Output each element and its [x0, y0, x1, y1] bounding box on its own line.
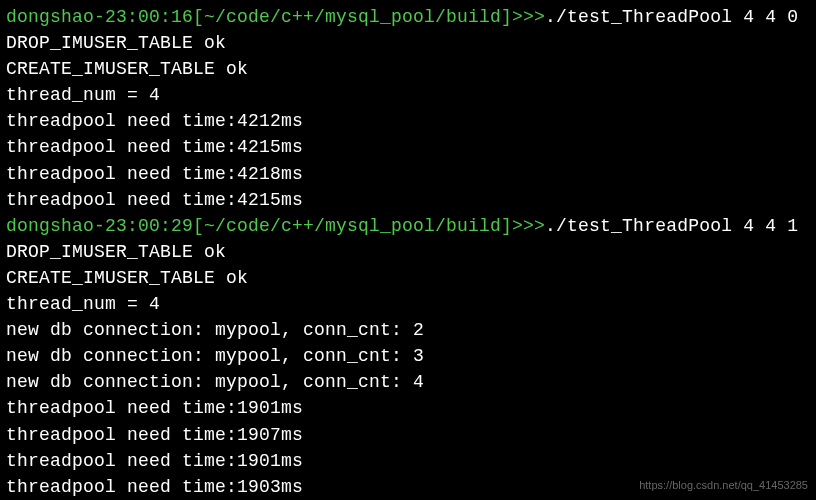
output-text: CREATE_IMUSER_TABLE ok: [6, 268, 248, 288]
output-text: threadpool need time:1907ms: [6, 425, 303, 445]
terminal-line: thread_num = 4: [6, 82, 810, 108]
output-text: threadpool need time:4215ms: [6, 190, 303, 210]
terminal-line: dongshao-23:00:16[~/code/c++/mysql_pool/…: [6, 4, 810, 30]
watermark-text: https://blog.csdn.net/qq_41453285: [639, 478, 808, 494]
output-text: new db connection: mypool, conn_cnt: 3: [6, 346, 424, 366]
terminal-line: threadpool need time:1901ms: [6, 395, 810, 421]
terminal-line: threadpool need time:4215ms: [6, 134, 810, 160]
terminal-line: thread_num = 4: [6, 291, 810, 317]
output-text: threadpool need time:1901ms: [6, 451, 303, 471]
terminal-line: new db connection: mypool, conn_cnt: 4: [6, 369, 810, 395]
terminal-line: threadpool need time:4212ms: [6, 108, 810, 134]
output-text: threadpool need time:1903ms: [6, 477, 303, 497]
output-text: threadpool need time:1901ms: [6, 398, 303, 418]
output-text: threadpool need time:4218ms: [6, 164, 303, 184]
command-text: ./test_ThreadPool 4 4 1: [545, 216, 798, 236]
terminal-line: threadpool need time:4218ms: [6, 161, 810, 187]
output-text: new db connection: mypool, conn_cnt: 2: [6, 320, 424, 340]
terminal-line: dongshao-23:00:29[~/code/c++/mysql_pool/…: [6, 213, 810, 239]
output-text: thread_num = 4: [6, 294, 160, 314]
terminal-line: CREATE_IMUSER_TABLE ok: [6, 265, 810, 291]
prompt-user-time: dongshao-23:00:16: [6, 7, 193, 27]
output-text: DROP_IMUSER_TABLE ok: [6, 33, 226, 53]
terminal-line: DROP_IMUSER_TABLE ok: [6, 30, 810, 56]
terminal-line: CREATE_IMUSER_TABLE ok: [6, 56, 810, 82]
output-text: threadpool need time:4212ms: [6, 111, 303, 131]
terminal-line: threadpool need time:4215ms: [6, 187, 810, 213]
prompt-user-time: dongshao-23:00:29: [6, 216, 193, 236]
output-text: DROP_IMUSER_TABLE ok: [6, 242, 226, 262]
terminal-line: new db connection: mypool, conn_cnt: 2: [6, 317, 810, 343]
output-text: CREATE_IMUSER_TABLE ok: [6, 59, 248, 79]
prompt-path: [~/code/c++/mysql_pool/build]: [193, 7, 512, 27]
prompt-arrows: >>>: [512, 7, 545, 27]
output-text: threadpool need time:4215ms: [6, 137, 303, 157]
output-text: new db connection: mypool, conn_cnt: 4: [6, 372, 424, 392]
prompt-path: [~/code/c++/mysql_pool/build]: [193, 216, 512, 236]
prompt-arrows: >>>: [512, 216, 545, 236]
terminal-line: threadpool need time:1901ms: [6, 448, 810, 474]
terminal-line: new db connection: mypool, conn_cnt: 3: [6, 343, 810, 369]
terminal-line: DROP_IMUSER_TABLE ok: [6, 239, 810, 265]
terminal-line: threadpool need time:1907ms: [6, 422, 810, 448]
terminal-output: dongshao-23:00:16[~/code/c++/mysql_pool/…: [6, 4, 810, 500]
command-text: ./test_ThreadPool 4 4 0: [545, 7, 798, 27]
output-text: thread_num = 4: [6, 85, 160, 105]
